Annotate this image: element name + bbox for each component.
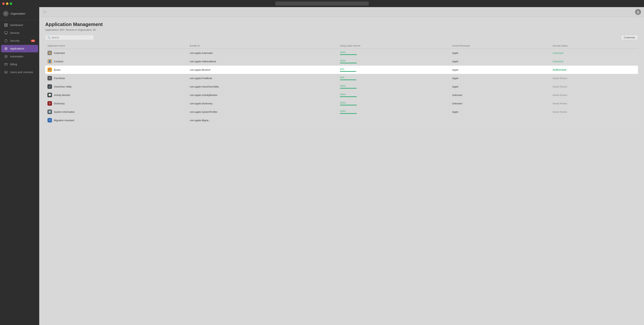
bundle-id-cell: com.apple.iBooksX bbox=[188, 66, 338, 74]
app-name-cell: ✏️Automator bbox=[45, 49, 188, 57]
applications-icon bbox=[4, 47, 8, 51]
sidebar-label-automation: Automation bbox=[10, 55, 23, 58]
sidebar-item-billing[interactable]: Billing bbox=[1, 61, 38, 68]
vendor-cell: Unknown bbox=[450, 91, 550, 99]
bundle-id-cell: com.apple.Migrat... bbox=[188, 116, 338, 125]
version-cell: 94% bbox=[338, 66, 450, 74]
minimize-button[interactable] bbox=[6, 3, 8, 5]
vendor-cell: Apple bbox=[450, 57, 550, 66]
app-name: Automator bbox=[54, 52, 65, 54]
status-badge: Needs Review bbox=[552, 86, 567, 88]
sidebar-label-applications: Applications bbox=[10, 47, 24, 50]
status-cell: Needs Review bbox=[550, 99, 638, 108]
app-name: Dictionary bbox=[54, 102, 65, 105]
main-content: |← Application Management Applications: … bbox=[39, 7, 644, 325]
table-row[interactable]: 👤Contactscom.apple.AddressBook100%AppleA… bbox=[45, 57, 638, 66]
top-bar: |← bbox=[39, 7, 644, 17]
table-row[interactable]: 📚Bookscom.apple.iBooksX94%AppleAuthorize… bbox=[45, 66, 638, 74]
sidebar-item-dashboard[interactable]: Dashboard bbox=[1, 21, 38, 29]
col-app-name: Application Name bbox=[45, 43, 188, 49]
table-row[interactable]: ℹ️System Informationcom.apple.SystemProf… bbox=[45, 108, 638, 116]
close-button[interactable] bbox=[2, 3, 5, 5]
table-row[interactable]: ✏️Automatorcom.apple.Automator100%AppleA… bbox=[45, 49, 638, 57]
users-icon bbox=[4, 70, 8, 74]
monitor-icon bbox=[4, 31, 8, 35]
status-badge: Needs Review bbox=[552, 94, 567, 97]
maximize-button[interactable] bbox=[10, 3, 12, 5]
app-icon: 🔊 bbox=[48, 84, 52, 89]
status-badge: Authorized bbox=[552, 52, 563, 54]
status-cell: Needs Review bbox=[550, 108, 638, 116]
page-title: Application Management bbox=[45, 22, 638, 27]
search-box[interactable]: 🔍 bbox=[45, 35, 94, 40]
col-security-status: Security Status bbox=[550, 43, 638, 49]
status-badge: Authorized bbox=[552, 68, 566, 71]
app-name-cell: 🔊VoiceOver Utility bbox=[45, 83, 188, 91]
table-row[interactable]: 📊Activity Monitorcom.apple.ActivityMonit… bbox=[45, 91, 638, 99]
progress-bar-fill bbox=[340, 54, 357, 55]
table-row[interactable]: 🔊VoiceOver Utilitycom.apple.VoiceOverUti… bbox=[45, 83, 638, 91]
vendor-cell: Apple bbox=[450, 83, 550, 91]
sidebar-item-users-licenses[interactable]: Users and Licenses bbox=[1, 69, 38, 76]
progress-bar-bg bbox=[340, 88, 357, 89]
progress-bar-fill bbox=[340, 96, 357, 97]
app-name: System Information bbox=[54, 111, 75, 113]
version-percent: 100% bbox=[340, 93, 448, 96]
table-row[interactable]: AFont Bookcom.apple.FontBook97%AppleNeed… bbox=[45, 74, 638, 83]
app-icon: ✏️ bbox=[48, 51, 52, 55]
app-window: Or Organization Dashboard Devices Securi… bbox=[0, 7, 644, 325]
progress-bar-bg bbox=[340, 113, 357, 114]
app-name: Activity Monitor bbox=[54, 94, 70, 97]
org-avatar: Or bbox=[3, 11, 8, 17]
version-percent: 100% bbox=[340, 60, 448, 62]
bundle-id-cell: com.apple.FontBook bbox=[188, 74, 338, 83]
version-percent: 100% bbox=[340, 85, 448, 87]
traffic-lights bbox=[2, 3, 12, 5]
security-badge: 36 bbox=[31, 40, 35, 42]
url-bar[interactable] bbox=[275, 2, 369, 6]
bundle-id-cell: com.apple.AddressBook bbox=[188, 57, 338, 66]
app-icon: 👤 bbox=[48, 59, 52, 64]
sidebar-label-security: Security bbox=[10, 39, 20, 42]
sidebar-item-devices[interactable]: Devices bbox=[1, 29, 38, 37]
app-name-cell: 📚Books bbox=[45, 66, 188, 74]
customize-button[interactable]: Customize bbox=[621, 35, 638, 40]
sidebar-label-billing: Billing bbox=[10, 63, 17, 66]
version-cell: 100% bbox=[338, 99, 450, 108]
sidebar-item-automation[interactable]: Automation bbox=[1, 53, 38, 60]
bundle-id-cell: com.apple.SystemProfiler bbox=[188, 108, 338, 116]
vendor-cell bbox=[450, 116, 550, 125]
vendor-cell: Apple bbox=[450, 108, 550, 116]
sidebar-item-security[interactable]: Security 36 bbox=[1, 37, 38, 45]
version-percent: 100% bbox=[340, 102, 448, 104]
vendor-cell: Apple bbox=[450, 74, 550, 83]
progress-bar-fill bbox=[340, 71, 356, 72]
status-cell: Authorized bbox=[550, 57, 638, 66]
user-avatar[interactable] bbox=[635, 9, 641, 15]
table-row[interactable]: ↗Migration Assistantcom.apple.Migrat... bbox=[45, 116, 638, 125]
billing-icon bbox=[4, 63, 8, 66]
table-row[interactable]: DDictionarycom.apple.Dictionary100%Unkno… bbox=[45, 99, 638, 108]
shield-icon bbox=[4, 39, 8, 43]
sidebar-item-applications[interactable]: Applications bbox=[1, 45, 38, 52]
progress-bar-bg bbox=[340, 63, 357, 63]
app-icon: ↗ bbox=[48, 118, 52, 123]
progress-bar-bg bbox=[340, 96, 357, 97]
version-cell bbox=[338, 116, 450, 125]
search-input[interactable] bbox=[52, 36, 92, 39]
status-cell bbox=[550, 116, 638, 125]
app-name-cell: 👤Contacts bbox=[45, 57, 188, 66]
col-latest-version: Using Latest Version bbox=[338, 43, 450, 49]
svg-rect-2 bbox=[4, 26, 6, 27]
status-badge: Needs Review bbox=[552, 77, 567, 80]
version-cell: 100% bbox=[338, 83, 450, 91]
version-cell: 100% bbox=[338, 91, 450, 99]
search-icon: 🔍 bbox=[47, 36, 50, 39]
progress-bar-fill bbox=[340, 113, 357, 114]
app-icon: 📊 bbox=[48, 93, 52, 97]
version-percent: 100% bbox=[340, 110, 448, 113]
svg-rect-1 bbox=[6, 24, 8, 25]
collapse-button[interactable]: |← bbox=[42, 10, 49, 15]
page-subtitle: Applications: 629 • Devices in Organizat… bbox=[45, 29, 638, 31]
status-cell: Needs Review bbox=[550, 91, 638, 99]
